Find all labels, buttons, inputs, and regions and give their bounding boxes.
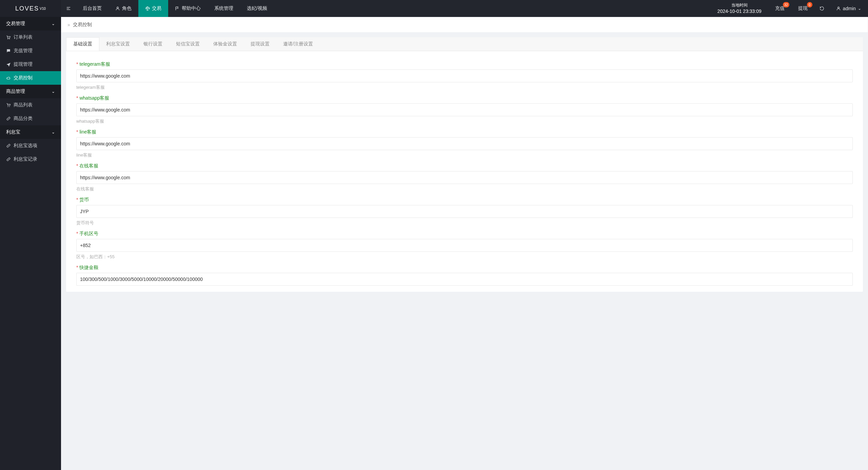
svg-point-2	[7, 106, 8, 107]
sidebar-toggle[interactable]	[61, 0, 76, 17]
tab-bank-settings[interactable]: 银行设置	[137, 37, 169, 51]
form-label: *手机区号	[76, 231, 853, 237]
sidebar-group-label: 交易管理	[6, 21, 25, 27]
label-text: 手机区号	[79, 231, 98, 236]
header-user[interactable]: admin ⌄	[829, 0, 868, 17]
chevron-down-icon: ⌄	[52, 89, 55, 94]
link-icon	[6, 143, 11, 148]
tab-label: 邀请/注册设置	[283, 41, 313, 47]
tab-label: 银行设置	[143, 41, 162, 47]
sidebar-group-interest[interactable]: 利息宝 ⌄	[0, 125, 61, 139]
tab-label: 利息宝设置	[106, 41, 130, 47]
link-icon	[6, 157, 11, 162]
tab-basic-settings[interactable]: 基础设置	[66, 37, 99, 51]
form-label: *line客服	[76, 129, 853, 135]
input-online[interactable]	[76, 171, 853, 184]
form-row-currency: *货币 货币符号	[76, 197, 853, 226]
nav-label: 交易	[152, 5, 161, 12]
form-row-quick-amount: *快捷金额	[76, 265, 853, 286]
form-help: 区号，如巴西：+55	[76, 254, 853, 260]
local-time: 当地时间 2024-10-01 23:33:09	[711, 0, 768, 17]
sidebar-item-label: 利息宝选项	[14, 143, 37, 149]
user-icon	[115, 6, 120, 11]
sidebar-group-trade[interactable]: 交易管理 ⌄	[0, 17, 61, 30]
brand-version: V10	[40, 7, 46, 11]
sidebar-group-label: 利息宝	[6, 129, 20, 135]
flag-icon	[175, 6, 180, 11]
header-recharge[interactable]: 充值 32	[768, 0, 791, 17]
input-currency[interactable]	[76, 205, 853, 218]
sidebar-item-withdraw[interactable]: 提现管理	[0, 58, 61, 71]
tab-trial-settings[interactable]: 体验金设置	[206, 37, 244, 51]
nav-trade[interactable]: 交易	[138, 0, 168, 17]
header-refresh[interactable]	[814, 0, 829, 17]
label-text: line客服	[79, 129, 96, 135]
cart-icon	[6, 35, 11, 40]
svg-point-7	[117, 7, 119, 8]
label-text: 货币	[79, 197, 89, 202]
tabs: 基础设置 利息宝设置 银行设置 短信宝设置 体验金设置 提现设置 邀请/注册设置	[66, 37, 863, 51]
svg-point-8	[838, 7, 840, 8]
input-telegram[interactable]	[76, 69, 853, 82]
form-help: whatsapp客服	[76, 118, 853, 124]
sidebar-item-recharge[interactable]: 充值管理	[0, 44, 61, 58]
speech-icon	[6, 48, 11, 53]
form-label: *快捷金额	[76, 265, 853, 271]
tab-sms-settings[interactable]: 短信宝设置	[169, 37, 206, 51]
sidebar-group-goods[interactable]: 商品管理 ⌄	[0, 85, 61, 98]
header-username: admin	[843, 6, 856, 11]
nav-video[interactable]: 选妃/视频	[240, 0, 274, 17]
sidebar-item-label: 商品分类	[14, 116, 33, 122]
label-text: 快捷金额	[79, 265, 98, 270]
sidebar-item-trade-control[interactable]: 交易控制	[0, 71, 61, 85]
time-value: 2024-10-01 23:33:09	[717, 8, 762, 15]
input-phone-code[interactable]	[76, 239, 853, 252]
label-text: telegeram客服	[79, 61, 110, 67]
recharge-badge: 32	[783, 2, 789, 7]
time-label: 当地时间	[731, 2, 748, 8]
sidebar-item-orders[interactable]: 订单列表	[0, 30, 61, 44]
label-text: 在线客服	[79, 163, 98, 168]
sidebar-item-goods-category[interactable]: 商品分类	[0, 112, 61, 125]
sidebar-item-label: 利息宝记录	[14, 156, 37, 162]
plane-icon	[6, 62, 11, 67]
scale-icon	[145, 6, 150, 11]
form-row-online: *在线客服 在线客服	[76, 163, 853, 192]
nav-label: 角色	[122, 5, 132, 12]
sidebar-item-label: 充值管理	[14, 48, 33, 54]
tab-withdraw-settings[interactable]: 提现设置	[244, 37, 276, 51]
label-text: whatsapp客服	[79, 95, 109, 101]
chevron-down-icon: ⌄	[858, 6, 861, 11]
tab-invite-settings[interactable]: 邀请/注册设置	[276, 37, 320, 51]
tab-label: 基础设置	[73, 41, 92, 47]
svg-point-0	[8, 39, 8, 39]
sidebar: LOVESV10 交易管理 ⌄ 订单列表 充值管理 提现管理 交易控制	[0, 0, 61, 470]
input-quick-amount[interactable]	[76, 273, 853, 286]
sidebar-item-interest-records[interactable]: 利息宝记录	[0, 152, 61, 166]
form-label: *telegeram客服	[76, 61, 853, 67]
cloud-icon	[6, 76, 11, 80]
brand-name: LOVES	[15, 5, 39, 12]
form-help: 在线客服	[76, 186, 853, 192]
nav-role[interactable]: 角色	[108, 0, 138, 17]
nav-label: 系统管理	[214, 5, 233, 12]
breadcrumb: » 交易控制	[61, 17, 868, 32]
sidebar-group-label: 商品管理	[6, 88, 25, 95]
user-icon	[836, 6, 841, 11]
sidebar-item-label: 交易控制	[14, 75, 33, 81]
sidebar-item-goods-list[interactable]: 商品列表	[0, 98, 61, 112]
nav-label: 后台首页	[83, 5, 102, 12]
sidebar-item-interest-options[interactable]: 利息宝选项	[0, 139, 61, 152]
chevron-down-icon: ⌄	[52, 130, 55, 135]
form-label: *whatsapp客服	[76, 95, 853, 101]
input-line[interactable]	[76, 137, 853, 150]
form-help: line客服	[76, 152, 853, 158]
nav-help[interactable]: 帮助中心	[168, 0, 208, 17]
form-row-telegram: *telegeram客服 telegeram客服	[76, 61, 853, 90]
header-withdraw[interactable]: 提现 0	[791, 0, 814, 17]
nav-system[interactable]: 系统管理	[208, 0, 240, 17]
nav-home[interactable]: 后台首页	[76, 0, 108, 17]
tab-interest-settings[interactable]: 利息宝设置	[99, 37, 137, 51]
menu-fold-icon	[66, 6, 71, 11]
input-whatsapp[interactable]	[76, 103, 853, 116]
